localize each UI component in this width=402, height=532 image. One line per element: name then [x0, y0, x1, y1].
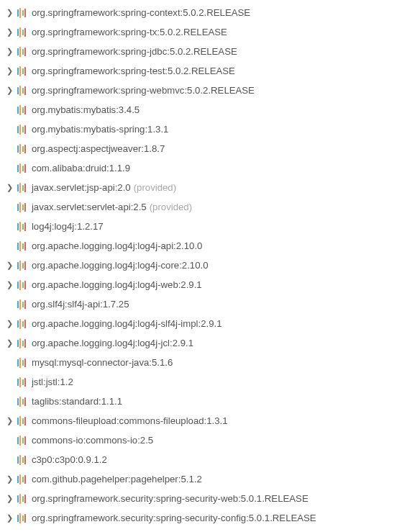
- dependency-label: org.mybatis:mybatis-spring:1.3.1: [32, 124, 169, 135]
- dependency-row[interactable]: org.aspectj:aspectjweaver:1.8.7: [0, 139, 402, 158]
- dependency-tree: ❯org.springframework:spring-context:5.0.…: [0, 3, 402, 532]
- library-icon: [17, 125, 26, 135]
- dependency-row[interactable]: taglibs:standard:1.1.1: [0, 392, 402, 411]
- dependency-scope: (provided): [150, 202, 192, 212]
- library-icon: [17, 47, 26, 57]
- dependency-row[interactable]: ❯javax.servlet:jsp-api:2.0(provided): [0, 178, 402, 197]
- dependency-label: mysql:mysql-connector-java:5.1.6: [32, 357, 173, 368]
- dependency-label: javax.servlet:servlet-api:2.5: [32, 202, 147, 212]
- dependency-label: com.alibaba:druid:1.1.9: [32, 163, 130, 173]
- library-icon: [17, 241, 26, 251]
- library-icon: [17, 66, 26, 76]
- library-icon: [17, 358, 26, 368]
- library-icon: [17, 144, 26, 154]
- dependency-row[interactable]: ❯commons-fileupload:commons-fileupload:1…: [0, 411, 402, 430]
- library-icon: [17, 222, 26, 232]
- expand-icon[interactable]: ❯: [4, 47, 14, 56]
- dependency-row[interactable]: ❯org.apache.logging.log4j:log4j-web:2.9.…: [0, 275, 402, 294]
- expand-icon[interactable]: ❯: [4, 474, 14, 484]
- expand-icon[interactable]: ❯: [4, 416, 14, 425]
- dependency-label: jstl:jstl:1.2: [32, 377, 73, 387]
- dependency-label: commons-fileupload:commons-fileupload:1.…: [32, 415, 228, 426]
- dependency-row[interactable]: log4j:log4j:1.2.17: [0, 217, 402, 236]
- dependency-row[interactable]: mysql:mysql-connector-java:5.1.6: [0, 353, 402, 372]
- expand-icon[interactable]: ❯: [4, 494, 14, 503]
- expand-icon[interactable]: ❯: [4, 183, 14, 192]
- dependency-row[interactable]: com.alibaba:druid:1.1.9: [0, 158, 402, 178]
- library-icon: [17, 280, 26, 290]
- dependency-row[interactable]: c3p0:c3p0:0.9.1.2: [0, 450, 402, 469]
- dependency-label: com.github.pagehelper:pagehelper:5.1.2: [32, 474, 202, 484]
- library-icon: [17, 202, 26, 212]
- dependency-row[interactable]: org.mybatis:mybatis-spring:1.3.1: [0, 120, 402, 139]
- expand-icon[interactable]: ❯: [4, 86, 14, 95]
- expand-icon[interactable]: ❯: [4, 66, 14, 76]
- dependency-row[interactable]: ❯org.apache.logging.log4j:log4j-core:2.1…: [0, 256, 402, 275]
- dependency-label: javax.servlet:jsp-api:2.0: [32, 182, 131, 193]
- dependency-label: org.apache.logging.log4j:log4j-core:2.10…: [32, 260, 209, 271]
- library-icon: [17, 183, 26, 193]
- dependency-row[interactable]: ❯com.github.pagehelper:pagehelper:5.1.2: [0, 469, 402, 489]
- library-icon: [17, 163, 26, 173]
- library-icon: [17, 513, 26, 523]
- dependency-row[interactable]: commons-io:commons-io:2.5: [0, 430, 402, 450]
- dependency-label: taglibs:standard:1.1.1: [32, 396, 122, 407]
- library-icon: [17, 105, 26, 115]
- dependency-label: org.springframework.security:spring-secu…: [32, 493, 309, 504]
- dependency-row[interactable]: ❯org.springframework.security:spring-sec…: [0, 528, 402, 532]
- expand-icon[interactable]: ❯: [4, 513, 14, 523]
- dependency-row[interactable]: ❯org.springframework:spring-webmvc:5.0.2…: [0, 81, 402, 100]
- dependency-row[interactable]: ❯org.springframework:spring-jdbc:5.0.2.R…: [0, 42, 402, 61]
- dependency-label: org.springframework:spring-tx:5.0.2.RELE…: [32, 27, 227, 37]
- dependency-label: org.mybatis:mybatis:3.4.5: [32, 104, 140, 115]
- library-icon: [17, 27, 26, 37]
- dependency-label: org.apache.logging.log4j:log4j-api:2.10.…: [32, 240, 203, 251]
- dependency-label: c3p0:c3p0:0.9.1.2: [32, 454, 107, 465]
- dependency-row[interactable]: org.apache.logging.log4j:log4j-api:2.10.…: [0, 236, 402, 256]
- dependency-row[interactable]: ❯org.apache.logging.log4j:log4j-jcl:2.9.…: [0, 333, 402, 353]
- dependency-label: org.apache.logging.log4j:log4j-jcl:2.9.1: [32, 338, 193, 348]
- expand-icon[interactable]: ❯: [4, 261, 14, 270]
- dependency-row[interactable]: ❯org.springframework:spring-context:5.0.…: [0, 3, 402, 22]
- library-icon: [17, 299, 26, 310]
- expand-icon[interactable]: ❯: [4, 8, 14, 17]
- library-icon: [17, 474, 26, 484]
- dependency-label: org.springframework.security:spring-secu…: [32, 513, 316, 523]
- dependency-row[interactable]: ❯org.springframework.security:spring-sec…: [0, 489, 402, 508]
- dependency-label: org.apache.logging.log4j:log4j-slf4j-imp…: [32, 318, 222, 329]
- library-icon: [17, 86, 26, 96]
- library-icon: [17, 261, 26, 271]
- dependency-row[interactable]: ❯org.springframework.security:spring-sec…: [0, 508, 402, 528]
- library-icon: [17, 416, 26, 426]
- library-icon: [17, 8, 26, 18]
- dependency-row[interactable]: ❯org.springframework:spring-tx:5.0.2.REL…: [0, 22, 402, 42]
- library-icon: [17, 494, 26, 504]
- dependency-row[interactable]: org.slf4j:slf4j-api:1.7.25: [0, 294, 402, 314]
- dependency-label: org.aspectj:aspectjweaver:1.8.7: [32, 143, 165, 154]
- dependency-label: org.slf4j:slf4j-api:1.7.25: [32, 299, 129, 310]
- dependency-row[interactable]: ❯org.springframework:spring-test:5.0.2.R…: [0, 61, 402, 81]
- dependency-row[interactable]: ❯org.apache.logging.log4j:log4j-slf4j-im…: [0, 314, 402, 333]
- dependency-label: org.springframework:spring-test:5.0.2.RE…: [32, 66, 235, 76]
- dependency-scope: (provided): [134, 182, 176, 193]
- dependency-label: org.apache.logging.log4j:log4j-web:2.9.1: [32, 279, 202, 290]
- expand-icon[interactable]: ❯: [4, 27, 14, 37]
- dependency-label: org.springframework:spring-jdbc:5.0.2.RE…: [32, 46, 237, 57]
- dependency-label: org.springframework:spring-context:5.0.2…: [32, 7, 250, 18]
- dependency-row[interactable]: org.mybatis:mybatis:3.4.5: [0, 100, 402, 120]
- dependency-row[interactable]: javax.servlet:servlet-api:2.5(provided): [0, 197, 402, 217]
- library-icon: [17, 436, 26, 446]
- dependency-label: commons-io:commons-io:2.5: [32, 435, 153, 446]
- expand-icon[interactable]: ❯: [4, 319, 14, 328]
- dependency-label: log4j:log4j:1.2.17: [32, 221, 104, 232]
- library-icon: [17, 338, 26, 348]
- dependency-row[interactable]: jstl:jstl:1.2: [0, 372, 402, 392]
- expand-icon[interactable]: ❯: [4, 338, 14, 348]
- dependency-label: org.springframework:spring-webmvc:5.0.2.…: [32, 85, 255, 96]
- library-icon: [17, 319, 26, 329]
- library-icon: [17, 377, 26, 387]
- library-icon: [17, 455, 26, 465]
- expand-icon[interactable]: ❯: [4, 280, 14, 289]
- library-icon: [17, 397, 26, 407]
